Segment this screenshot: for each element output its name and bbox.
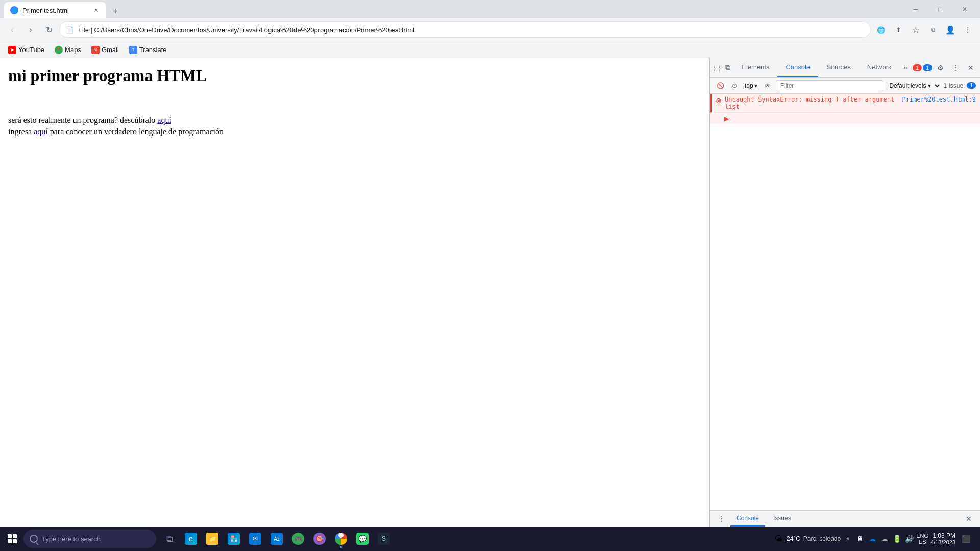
bookmark-youtube[interactable]: ▶ YouTube xyxy=(4,45,48,55)
tab-elements[interactable]: Elements xyxy=(733,58,777,77)
mail-icon: ✉ xyxy=(249,533,261,545)
battery-icon[interactable]: 🔋 xyxy=(892,534,902,544)
edge-icon: e xyxy=(185,533,197,545)
context-selector[interactable]: top ▾ xyxy=(743,81,760,90)
xbox-taskbar-button[interactable]: 🎮 xyxy=(288,529,308,549)
profile-button[interactable]: 👤 xyxy=(942,21,959,38)
azure-taskbar-button[interactable]: Az xyxy=(266,529,287,549)
clear-console-button[interactable]: 🚫 xyxy=(714,80,726,92)
system-clock[interactable]: 1:03 PM 4/13/2023 xyxy=(930,532,955,545)
console-toolbar: 🚫 ⊙ top ▾ 👁 Default levels ▾ 1 Issue: 1 xyxy=(710,78,980,94)
explorer-icon: 📁 xyxy=(206,533,218,545)
error-source-link[interactable]: Primer%20test.html:9 xyxy=(902,96,976,103)
line2-link[interactable]: aquí xyxy=(34,127,48,136)
console-filter-button[interactable]: ⊙ xyxy=(728,80,741,92)
address-bar[interactable]: 📄 File | C:/Users/Chris/OneDrive/Documen… xyxy=(59,21,871,38)
close-button[interactable]: ✕ xyxy=(953,1,976,17)
devtools-close-button[interactable]: ✕ xyxy=(964,61,978,75)
language-label: ENG xyxy=(916,533,928,539)
tab-close-button[interactable]: ✕ xyxy=(92,6,100,14)
translate-label: Translate xyxy=(139,46,167,54)
bookmark-maps[interactable]: 📍 Maps xyxy=(51,45,85,55)
tray-expand-button[interactable]: ∧ xyxy=(843,534,853,544)
error-message: Uncaught SyntaxError: missing ) after ar… xyxy=(725,96,899,110)
line1-text: será esto realmente un programa? descúbr… xyxy=(8,116,157,124)
nav-right-buttons: 🌐 ⬆ ☆ ⧉ 👤 ⋮ xyxy=(873,21,976,38)
explorer-taskbar-button[interactable]: 📁 xyxy=(202,529,223,549)
whatsapp-taskbar-button[interactable]: 💬 xyxy=(352,529,373,549)
new-tab-button[interactable]: + xyxy=(108,4,122,18)
line1-link[interactable]: aquí xyxy=(157,116,172,124)
back-button[interactable]: ‹ xyxy=(4,21,20,38)
line2-after: para conocer un verdadero lenguaje de pr… xyxy=(48,127,224,136)
bottom-close-button[interactable]: ✕ xyxy=(962,512,976,526)
devtools-device-button[interactable]: ⧉ xyxy=(723,61,732,75)
devtools-toolbar: ⬚ ⧉ Elements Console Sources Network xyxy=(710,58,980,78)
line2-before: ingresa xyxy=(8,127,34,136)
bookmark-translate[interactable]: T Translate xyxy=(125,45,171,55)
eye-icon-button[interactable]: 👁 xyxy=(762,80,774,92)
temperature-label: 24°C xyxy=(787,535,800,542)
share-button[interactable]: ⬆ xyxy=(890,21,906,38)
bookmark-gmail[interactable]: M Gmail xyxy=(87,45,123,55)
issues-count: 1 Issue: 1 xyxy=(943,82,976,89)
store-icon: 🏪 xyxy=(228,533,240,545)
edge-taskbar-button[interactable]: e xyxy=(181,529,201,549)
taskbar-search[interactable]: Type here to search xyxy=(23,530,156,548)
store-taskbar-button[interactable]: 🏪 xyxy=(224,529,244,549)
devtools-right-buttons: 1 1 ⚙ ⋮ ✕ xyxy=(913,61,978,75)
start-button[interactable] xyxy=(2,529,22,549)
context-label: top xyxy=(745,82,753,89)
forward-button[interactable]: › xyxy=(22,21,39,38)
issues-badge: 1 xyxy=(967,82,976,89)
devtools-settings-button[interactable]: ⚙ xyxy=(933,61,947,75)
minimize-button[interactable]: ─ xyxy=(904,1,927,17)
mail-taskbar-button[interactable]: ✉ xyxy=(245,529,265,549)
translate-page-button[interactable]: 🌐 xyxy=(873,21,889,38)
context-chevron-icon: ▾ xyxy=(754,82,757,89)
azure-icon: Az xyxy=(271,533,283,545)
steam-icon: S xyxy=(378,533,390,545)
tab-title: Primer test.html xyxy=(22,7,88,14)
tab-console[interactable]: Console xyxy=(777,58,818,77)
youtube-favicon: ▶ xyxy=(8,46,16,54)
devtools-more-tabs[interactable]: » xyxy=(900,58,912,77)
tab-network[interactable]: Network xyxy=(859,58,900,77)
maps-label: Maps xyxy=(65,46,81,54)
gaming-taskbar-button[interactable]: 🎯 xyxy=(309,529,330,549)
network-icon[interactable]: 🖥 xyxy=(855,534,865,544)
notifications-button[interactable]: ⬛ xyxy=(958,529,974,549)
steam-taskbar-button[interactable]: S xyxy=(374,529,394,549)
expand-arrow-icon[interactable]: ▶ xyxy=(724,115,729,122)
bottom-tab-issues[interactable]: Issues xyxy=(767,511,797,527)
error-icon: ⊗ xyxy=(716,96,722,105)
language-indicator[interactable]: ENG ES xyxy=(916,533,928,545)
split-screen-button[interactable]: ⧉ xyxy=(925,21,941,38)
active-tab[interactable]: 🌐 Primer test.html ✕ xyxy=(4,2,106,18)
tab-sources[interactable]: Sources xyxy=(818,58,859,77)
chrome-icon xyxy=(335,533,347,545)
bottom-tab-console[interactable]: Console xyxy=(730,511,765,527)
chrome-taskbar-button[interactable] xyxy=(331,529,351,549)
volume-icon[interactable]: 🔊 xyxy=(904,534,914,544)
maps-favicon: 📍 xyxy=(55,46,63,54)
maximize-button[interactable]: □ xyxy=(929,1,951,17)
devtools-inspect-button[interactable]: ⬚ xyxy=(712,61,722,75)
bookmark-button[interactable]: ☆ xyxy=(908,21,924,38)
taskview-button[interactable]: ⧉ xyxy=(159,529,180,549)
gaming-icon: 🎯 xyxy=(313,533,326,545)
gmail-favicon: M xyxy=(91,46,100,54)
window-controls: ─ □ ✕ xyxy=(904,1,976,17)
reload-button[interactable]: ↻ xyxy=(41,21,57,38)
filter-input[interactable] xyxy=(776,80,884,91)
cloud-icon[interactable]: ☁ xyxy=(879,534,890,544)
extensions-button[interactable]: ⋮ xyxy=(960,21,976,38)
taskbar: Type here to search ⧉ e 📁 🏪 ✉ Az 🎮 xyxy=(0,527,980,551)
bottom-bar-menu-button[interactable]: ⋮ xyxy=(714,512,728,526)
clock-time: 1:03 PM xyxy=(930,532,955,539)
default-levels-select[interactable]: Default levels ▾ xyxy=(885,81,941,91)
onedrive-icon[interactable]: ☁ xyxy=(867,534,877,544)
weather-icon[interactable]: 🌤 xyxy=(773,534,783,544)
console-error-row: ⊗ Uncaught SyntaxError: missing ) after … xyxy=(710,94,980,113)
devtools-menu-button[interactable]: ⋮ xyxy=(948,61,963,75)
